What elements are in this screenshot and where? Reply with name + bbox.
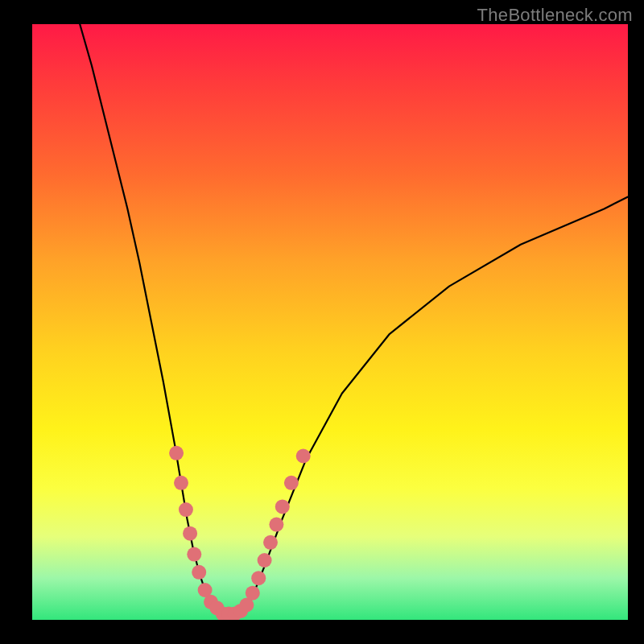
highlight-dot	[263, 535, 278, 550]
watermark-text: TheBottleneck.com	[477, 5, 633, 26]
highlight-dot	[192, 565, 206, 580]
highlight-dot	[296, 449, 311, 464]
highlight-dot	[169, 446, 184, 460]
highlight-dot	[174, 476, 188, 490]
plot-area	[32, 24, 628, 620]
highlight-dot	[258, 553, 272, 568]
highlight-dot	[275, 499, 290, 514]
highlight-dot	[183, 526, 197, 541]
chart-svg	[32, 24, 628, 620]
highlight-dot	[269, 518, 283, 532]
highlight-dot	[284, 476, 299, 490]
highlight-dots-group	[169, 446, 311, 620]
highlight-dot	[251, 571, 266, 585]
highlight-dot	[187, 547, 201, 562]
highlight-dot	[179, 502, 193, 517]
bottleneck-curve	[80, 24, 628, 614]
chart-frame: TheBottleneck.com	[0, 0, 644, 644]
highlight-dot	[246, 586, 260, 601]
